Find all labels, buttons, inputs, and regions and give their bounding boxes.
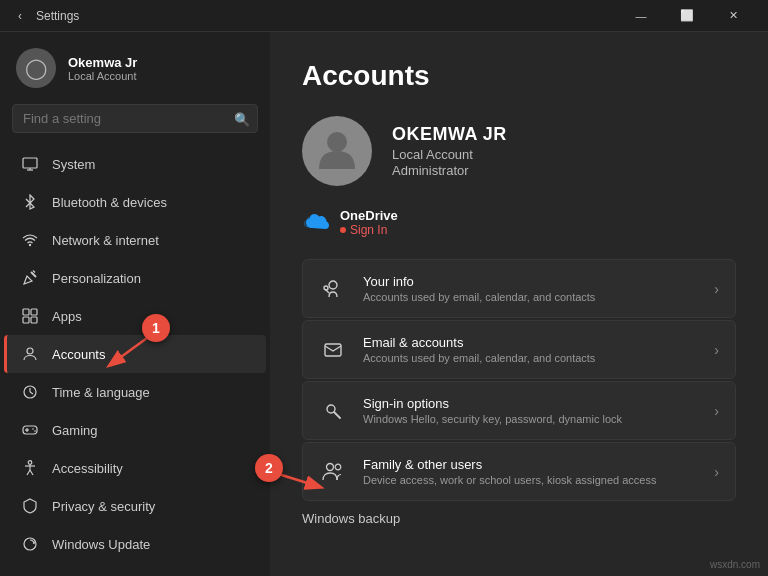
sidebar-item-gaming[interactable]: Gaming — [4, 411, 266, 449]
svg-rect-9 — [31, 309, 37, 315]
svg-point-20 — [34, 430, 36, 432]
svg-rect-11 — [31, 317, 37, 323]
sidebar-item-label-accounts: Accounts — [52, 347, 105, 362]
settings-item-signin-options[interactable]: Sign-in options Windows Hello, security … — [302, 381, 736, 440]
avatar: ◯ — [16, 48, 56, 88]
svg-line-7 — [33, 271, 35, 273]
accounts-icon — [20, 344, 40, 364]
chevron-right-icon-signin-options: › — [714, 403, 719, 419]
sidebar-item-label-network: Network & internet — [52, 233, 159, 248]
svg-line-3 — [26, 199, 30, 203]
settings-item-title-family-users: Family & other users — [363, 457, 698, 472]
sidebar-item-network[interactable]: Network & internet — [4, 221, 266, 259]
sidebar-item-windows-update[interactable]: Windows Update — [4, 525, 266, 563]
title-bar-title: Settings — [36, 9, 79, 23]
onedrive-title: OneDrive — [340, 208, 398, 223]
user-profile-card: OKEMWA JR Local Account Administrator — [302, 116, 736, 186]
user-role: Administrator — [392, 163, 507, 178]
email-accounts-icon — [319, 336, 347, 364]
svg-point-28 — [327, 132, 347, 152]
sidebar-item-time[interactable]: Time & language — [4, 373, 266, 411]
apps-icon — [20, 306, 40, 326]
user-avatar-large — [302, 116, 372, 186]
chevron-right-icon-your-info: › — [714, 281, 719, 297]
onedrive-signin-label: Sign In — [350, 223, 387, 237]
svg-line-25 — [30, 470, 33, 475]
close-button[interactable]: ✕ — [710, 0, 756, 32]
maximize-button[interactable]: ⬜ — [664, 0, 710, 32]
network-icon — [20, 230, 40, 250]
sidebar-item-privacy[interactable]: Privacy & security — [4, 487, 266, 525]
search-icon: 🔍 — [234, 111, 250, 126]
profile-section: ◯ Okemwa Jr Local Account — [0, 32, 270, 100]
settings-item-desc-signin-options: Windows Hello, security key, password, d… — [363, 413, 698, 425]
onedrive-text: OneDrive Sign In — [340, 208, 398, 237]
svg-rect-0 — [23, 158, 37, 168]
svg-rect-8 — [23, 309, 29, 315]
onedrive-signin[interactable]: Sign In — [340, 223, 398, 237]
svg-line-24 — [27, 470, 30, 475]
onedrive-icon — [302, 214, 330, 232]
settings-item-your-info[interactable]: Your info Accounts used by email, calend… — [302, 259, 736, 318]
svg-point-21 — [28, 461, 32, 465]
time-icon — [20, 382, 40, 402]
settings-list: Your info Accounts used by email, calend… — [302, 259, 736, 501]
chevron-right-icon-family-users: › — [714, 464, 719, 480]
svg-line-34 — [334, 412, 340, 418]
sidebar-item-label-accessibility: Accessibility — [52, 461, 123, 476]
gaming-icon — [20, 420, 40, 440]
bluetooth-icon — [20, 192, 40, 212]
search-input[interactable] — [12, 104, 258, 133]
sidebar-item-accessibility[interactable]: Accessibility — [4, 449, 266, 487]
svg-point-35 — [327, 463, 334, 470]
sidebar-item-label-system: System — [52, 157, 95, 172]
sidebar-item-label-bluetooth: Bluetooth & devices — [52, 195, 167, 210]
onedrive-section: OneDrive Sign In — [302, 206, 736, 239]
app-container: ◯ Okemwa Jr Local Account 🔍 System — [0, 32, 768, 576]
windows-update-icon — [20, 534, 40, 554]
page-title: Accounts — [302, 60, 736, 92]
settings-item-family-users[interactable]: Family & other users Device access, work… — [302, 442, 736, 501]
settings-item-email-accounts[interactable]: Email & accounts Accounts used by email,… — [302, 320, 736, 379]
svg-point-36 — [335, 464, 341, 470]
title-bar: ‹ Settings — ⬜ ✕ — [0, 0, 768, 32]
profile-name: Okemwa Jr — [68, 55, 137, 70]
sidebar: ◯ Okemwa Jr Local Account 🔍 System — [0, 32, 270, 576]
profile-info: Okemwa Jr Local Account — [68, 55, 137, 82]
settings-item-text-signin-options: Sign-in options Windows Hello, security … — [363, 396, 698, 425]
sidebar-item-label-privacy: Privacy & security — [52, 499, 155, 514]
sidebar-item-label-personalization: Personalization — [52, 271, 141, 286]
sidebar-item-label-gaming: Gaming — [52, 423, 98, 438]
sidebar-item-apps[interactable]: Apps — [4, 297, 266, 335]
sidebar-item-system[interactable]: System — [4, 145, 266, 183]
minimize-button[interactable]: — — [618, 0, 664, 32]
back-button[interactable]: ‹ — [12, 8, 28, 24]
svg-point-5 — [29, 244, 31, 246]
sidebar-item-personalization[interactable]: Personalization — [4, 259, 266, 297]
svg-line-4 — [26, 203, 30, 207]
user-account-type: Local Account — [392, 147, 507, 162]
sidebar-item-bluetooth[interactable]: Bluetooth & devices — [4, 183, 266, 221]
svg-rect-10 — [23, 317, 29, 323]
svg-rect-32 — [325, 344, 341, 356]
sidebar-item-accounts[interactable]: Accounts — [4, 335, 266, 373]
svg-point-19 — [32, 428, 34, 430]
settings-item-desc-email-accounts: Accounts used by email, calendar, and co… — [363, 352, 698, 364]
sidebar-item-label-time: Time & language — [52, 385, 150, 400]
system-icon — [20, 154, 40, 174]
title-bar-left: ‹ Settings — [12, 8, 79, 24]
settings-item-title-email-accounts: Email & accounts — [363, 335, 698, 350]
chevron-right-icon-email-accounts: › — [714, 342, 719, 358]
user-details: OKEMWA JR Local Account Administrator — [392, 124, 507, 178]
sidebar-item-label-windows-update: Windows Update — [52, 537, 150, 552]
settings-item-desc-your-info: Accounts used by email, calendar, and co… — [363, 291, 698, 303]
accessibility-icon — [20, 458, 40, 478]
your-info-icon — [319, 275, 347, 303]
settings-item-text-family-users: Family & other users Device access, work… — [363, 457, 698, 486]
profile-type: Local Account — [68, 70, 137, 82]
privacy-icon — [20, 496, 40, 516]
windows-backup-label: Windows backup — [302, 511, 400, 526]
svg-point-31 — [324, 286, 328, 290]
svg-point-29 — [329, 281, 337, 289]
svg-point-12 — [27, 348, 33, 354]
